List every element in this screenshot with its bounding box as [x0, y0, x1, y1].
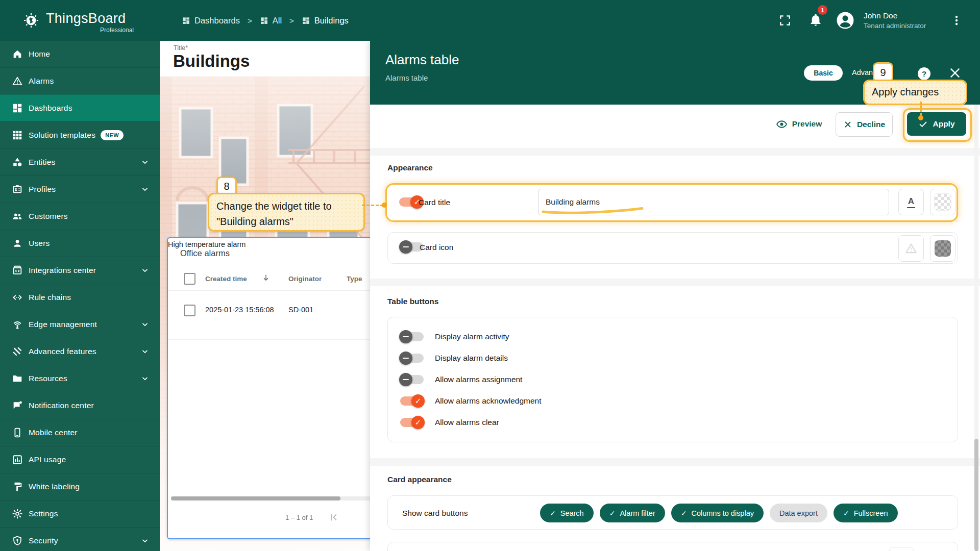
sidebar-item-entities[interactable]: Entities	[0, 148, 160, 176]
sidebar-item-profiles[interactable]: Profiles	[0, 176, 160, 203]
help-icon[interactable]: ?	[918, 67, 930, 80]
preview-button[interactable]: Preview	[772, 112, 825, 136]
more-vert-icon[interactable]	[950, 14, 963, 27]
chip-data-export[interactable]: Data export	[770, 504, 827, 522]
dark-swatch	[935, 240, 951, 257]
toggle-allow-alarms-clear[interactable]: ✓	[400, 418, 424, 427]
logo-subtitle: Professional	[46, 27, 134, 34]
sidebar-item-mobile-center[interactable]: Mobile center	[0, 419, 160, 446]
column-type[interactable]: Type	[347, 275, 362, 283]
column-originator[interactable]: Originator	[288, 275, 322, 283]
card-buttons-chips: ✓Search✓Alarm filter✓Columns to displayD…	[540, 504, 898, 522]
sidebar-item-alarms[interactable]: Alarms	[0, 67, 160, 94]
sidebar-item-resources[interactable]: Resources	[0, 365, 160, 392]
sidebar-item-customers[interactable]: Customers	[0, 203, 160, 230]
users-icon	[12, 238, 23, 249]
icon-color-button[interactable]	[930, 235, 955, 262]
column-created-time[interactable]: Created time	[205, 275, 247, 283]
dashboards-grid-icon	[182, 16, 190, 25]
api-usage-icon	[12, 454, 23, 465]
toggle-display-alarm-activity[interactable]	[400, 332, 424, 341]
row-checkbox[interactable]	[184, 305, 195, 316]
show-card-buttons-label: Show card buttons	[402, 509, 468, 518]
title-color-button[interactable]	[930, 189, 955, 215]
tutorial-dot-8	[382, 203, 387, 208]
decline-button[interactable]: Decline	[836, 112, 893, 137]
tutorial-dot-9	[918, 115, 923, 120]
chip-fullscreen[interactable]: ✓Fullscreen	[834, 504, 898, 522]
sidebar-item-dashboards[interactable]: Dashboards	[0, 94, 160, 121]
card-icon-setting-row: Card icon	[387, 232, 958, 264]
tutorial-connector-8	[362, 205, 383, 206]
integrations-icon	[12, 265, 23, 276]
first-page-icon[interactable]	[327, 511, 340, 524]
chevron-down-icon	[141, 320, 149, 329]
toggle-allow-alarms-acknowledgment[interactable]: ✓	[400, 396, 424, 406]
pagination-range: 1 – 1 of 1	[285, 514, 313, 521]
toggle-label: Allow alarms assignment	[435, 375, 522, 384]
sidebar-item-api-usage[interactable]: API usage	[0, 446, 160, 473]
sidebar-item-label: API usage	[29, 455, 66, 464]
sidebar-item-notification-center[interactable]: Notification center	[0, 392, 160, 419]
apply-button[interactable]: Apply	[907, 112, 966, 136]
show-card-buttons-row: Show card buttons ✓Search✓Alarm filter✓C…	[387, 495, 958, 530]
sidebar-item-solution-templates[interactable]: Solution templatesNEW	[0, 121, 160, 148]
alarms-widget-card[interactable]: Office alarms Created time Originator Ty…	[167, 237, 370, 539]
white-labeling-icon	[12, 481, 23, 492]
toggle-row-allow-alarms-clear: ✓Allow alarms clear	[400, 412, 958, 433]
dashboards-grid-icon	[260, 16, 268, 25]
chip-search[interactable]: ✓Search	[540, 504, 594, 522]
sidebar-item-edge-management[interactable]: Edge management	[0, 311, 160, 338]
dashboard-title-field[interactable]: Title* Buildings	[160, 41, 370, 77]
transparent-swatch	[934, 193, 951, 211]
breadcrumb-separator: >	[289, 16, 294, 25]
sidebar-item-white-labeling[interactable]: White labeling	[0, 473, 160, 500]
toggle-label: Allow alarms clear	[435, 418, 499, 427]
chip-columns-to-display[interactable]: ✓Columns to display	[671, 504, 764, 522]
thingsboard-logo[interactable]: ThingsBoard Professional	[21, 11, 134, 34]
card-title-label: Card title	[419, 198, 450, 207]
title-font-button[interactable]: A	[898, 189, 924, 215]
sidebar-nav: HomeAlarmsDashboardsSolution templatesNE…	[0, 41, 160, 551]
card-title-input[interactable]	[538, 189, 889, 215]
user-info[interactable]: John Doe Tenant administrator	[864, 10, 948, 31]
solution-templates-icon	[12, 130, 23, 141]
sidebar-item-home[interactable]: Home	[0, 41, 160, 67]
sidebar-item-users[interactable]: Users	[0, 230, 160, 257]
sidebar-item-rule-chains[interactable]: Rule chains	[0, 284, 160, 311]
toggle-allow-alarms-assignment[interactable]	[400, 375, 424, 384]
rule-chains-icon	[12, 292, 23, 303]
avatar[interactable]	[836, 11, 855, 30]
new-badge: NEW	[101, 130, 124, 140]
widget-hscrollbar[interactable]	[171, 496, 340, 500]
security-icon	[12, 535, 23, 546]
breadcrumb-item-dashboards[interactable]: Dashboards	[182, 16, 240, 26]
dashboards-grid-icon	[302, 16, 310, 25]
toggle-display-alarm-details[interactable]	[400, 354, 424, 363]
panel-scrollbar[interactable]	[974, 439, 978, 551]
tab-basic[interactable]: Basic	[804, 65, 843, 81]
sidebar-item-label: Customers	[29, 212, 68, 221]
sidebar-item-label: Solution templates	[29, 131, 95, 140]
fullscreen-icon[interactable]	[778, 14, 792, 27]
close-icon[interactable]	[948, 66, 962, 80]
chevron-down-icon	[141, 347, 149, 356]
chip-alarm-filter[interactable]: ✓Alarm filter	[600, 504, 665, 522]
logo-title: ThingsBoard	[46, 11, 126, 26]
breadcrumb-item-all[interactable]: All	[260, 16, 282, 26]
sidebar-item-settings[interactable]: Settings	[0, 500, 160, 527]
section-appearance: Appearance	[387, 163, 433, 172]
select-all-checkbox[interactable]	[184, 273, 195, 285]
table-buttons-box: Display alarm activityDisplay alarm deta…	[387, 317, 958, 442]
section-card-appearance: Card appearance	[387, 475, 452, 484]
chevron-down-icon	[141, 185, 149, 193]
edge-icon	[12, 319, 23, 330]
sort-desc-icon[interactable]	[261, 273, 271, 283]
sidebar-item-label: Settings	[29, 509, 58, 518]
sidebar-item-label: Edge management	[29, 320, 97, 329]
sidebar-item-integrations-center[interactable]: Integrations center	[0, 257, 160, 284]
icon-picker-button[interactable]	[898, 235, 924, 262]
sidebar-item-security[interactable]: Security	[0, 527, 160, 551]
sidebar-item-advanced-features[interactable]: Advanced features	[0, 338, 160, 365]
tutorial-step-9-tooltip: Apply changes	[863, 80, 967, 105]
